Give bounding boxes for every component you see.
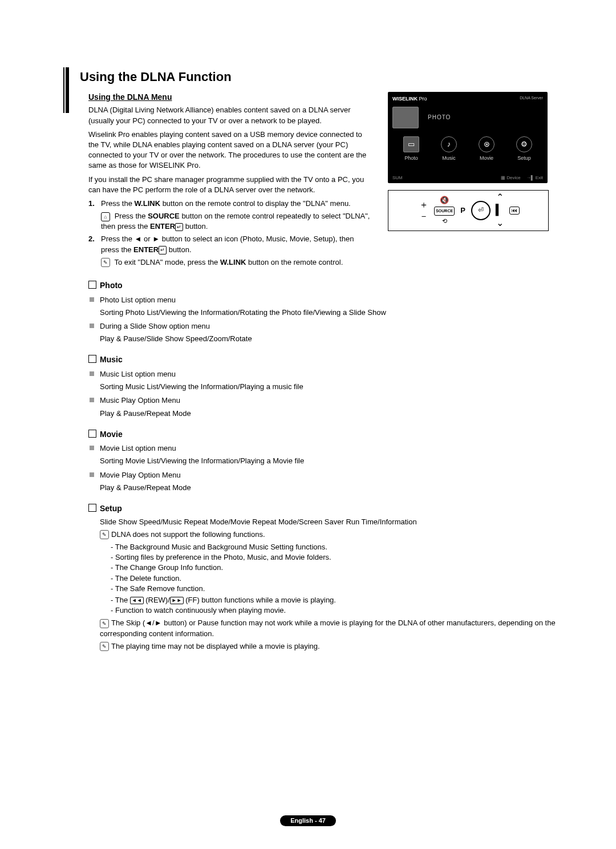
section-movie: Movie [88, 429, 559, 440]
photo-item-2-body: Play & Pause/Slide Show Speed/Zoom/Rotat… [100, 334, 559, 344]
remote-vol-up-icon: ＋ [417, 199, 431, 211]
section-photo: Photo [88, 280, 559, 292]
step-1-text: Press the W.LINK button on the remote co… [101, 199, 374, 209]
setup-dash-rewff: The ◄◄ (REW)/►► (FF) button functions wh… [111, 595, 559, 616]
setup-dash-list: The Background Music and Background Musi… [111, 542, 559, 594]
photo-icon: ▭ [403, 136, 419, 152]
photo-item-1-head: Photo List option menu [100, 295, 559, 305]
ss-pro-label: Pro [419, 96, 427, 102]
checkbox-icon [88, 281, 96, 289]
photo-item-2-head: During a Slide Show option menu [100, 321, 559, 331]
note-icon: ✎ [100, 530, 109, 539]
section-subtitle: Using the DLNA Menu [88, 92, 376, 103]
music-item-2-head: Music Play Option Menu [100, 395, 559, 406]
intro-para-3: If you install the PC share manager prog… [88, 175, 374, 195]
ff-icon: ►► [170, 597, 184, 604]
remote-enter-button[interactable]: ⏎ [471, 201, 491, 220]
remote-return-icon: ⟲ [434, 217, 455, 225]
step-2-note: ✎ To exit "DLNA" mode, press the W.LINK … [101, 257, 374, 268]
intro-para-1: DLNA (Digital Living Network Alliance) e… [88, 105, 374, 126]
music-item-1-head: Music List option menu [100, 369, 559, 379]
music-item-2-body: Play & Pause/Repeat Mode [100, 409, 559, 419]
ss-dlna-server-label: DLNA Server [520, 95, 543, 103]
setup-body: Slide Show Speed/Music Repeat Mode/Movie… [100, 517, 559, 527]
section-rule [66, 67, 69, 113]
enter-icon: ↵ [175, 223, 183, 232]
gear-icon: ⚙ [516, 136, 532, 152]
ss-main-label: PHOTO [428, 114, 451, 122]
checkbox-icon [88, 504, 96, 512]
remote-vol-down-icon: － [417, 211, 431, 222]
step-list: 1. Press the W.LINK button on the remote… [88, 199, 374, 268]
movie-item-2-body: Play & Pause/Repeat Mode [100, 483, 559, 493]
ss-photo-thumb [392, 107, 419, 128]
remote-stop-icon: ▍ [494, 203, 506, 217]
music-item-1-body: Sorting Music List/Viewing the Informati… [100, 382, 559, 392]
photo-item-1-body: Sorting Photo List/Viewing the Informati… [100, 308, 559, 318]
section-setup: Setup [88, 503, 559, 515]
rew-icon: ◄◄ [130, 597, 144, 604]
movie-icon: ⊛ [479, 136, 495, 152]
ss-tab-movie[interactable]: ⊛ Movie [479, 136, 495, 162]
step-1-remote-note: ⌂ Press the SOURCE button on the remote … [101, 211, 374, 232]
remote-icon: ⌂ [101, 212, 110, 221]
tv-screenshot: WISELINK Pro DLNA Server PHOTO ▭ Photo ♪… [388, 92, 548, 183]
page-footer: English - 47 [0, 815, 616, 826]
section-music: Music [88, 354, 559, 366]
note-icon: ✎ [100, 619, 109, 628]
ss-footer-exit: →▌ Exit [526, 175, 543, 181]
note-icon: ✎ [101, 258, 110, 267]
step-number-2: 2. [88, 234, 101, 268]
ss-tab-photo[interactable]: ▭ Photo [403, 136, 419, 162]
remote-ch-up-icon: ⌃ [494, 192, 506, 203]
remote-p-label: P [458, 205, 468, 215]
step-2-text: Press the ◄ or ► button to select an ico… [101, 234, 374, 254]
enter-icon: ↵ [159, 246, 167, 254]
step-number-1: 1. [88, 199, 101, 232]
remote-prev-icon: ⏮ [509, 207, 520, 215]
remote-source-button[interactable]: SOURCE [434, 207, 455, 216]
ss-tab-music[interactable]: ♪ Music [441, 136, 457, 162]
note-icon: ✎ [100, 642, 109, 651]
movie-item-2-head: Movie Play Option Menu [100, 470, 559, 480]
ss-footer-left: SUM [392, 175, 403, 181]
ss-tab-setup[interactable]: ⚙ Setup [516, 136, 532, 162]
page-number-pill: English - 47 [280, 815, 336, 826]
setup-note-2: ✎The Skip (◄/► button) or Pause function… [100, 618, 559, 638]
remote-mute-icon: 🔇 [434, 195, 455, 205]
checkbox-icon [88, 430, 96, 438]
remote-diagram: ＋－ 🔇 SOURCE ⟲ P ⏎ ⌃ ▍ ⌄ ⏮ [388, 190, 549, 231]
ss-wiselink-label: WISELINK [392, 96, 418, 102]
checkbox-icon [88, 355, 96, 363]
movie-item-1-body: Sorting Movie List/Viewing the Informati… [100, 456, 559, 466]
ss-footer-device: ▦ Device [501, 175, 521, 181]
remote-ch-down-icon: ⌄ [494, 217, 506, 229]
setup-note-3: ✎The playing time may not be displayed w… [100, 641, 559, 652]
page-title: Using the DLNA Function [74, 68, 559, 86]
setup-note-1: ✎DLNA does not support the following fun… [100, 529, 559, 540]
music-icon: ♪ [441, 136, 457, 152]
movie-item-1-head: Movie List option menu [100, 443, 559, 454]
intro-para-2: Wiselink Pro enables playing content sav… [88, 130, 374, 171]
